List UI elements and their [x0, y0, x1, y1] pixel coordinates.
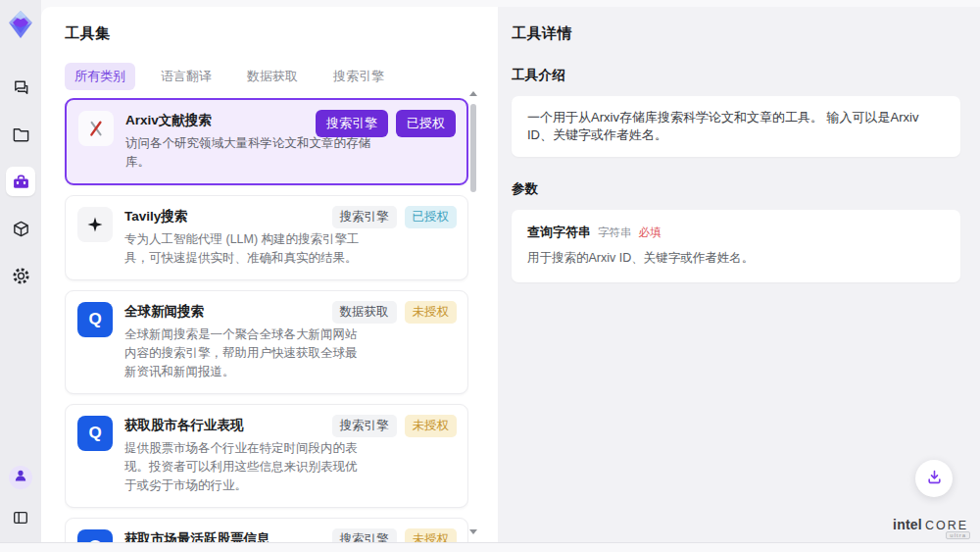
intel-logo-text: intel	[893, 517, 922, 532]
download-button[interactable]	[915, 460, 953, 497]
tool-card-arxiv[interactable]: Arxiv文献搜索 访问各个研究领域大量科学论文和文章的存储库。 搜索引擎 已授…	[65, 98, 468, 185]
chat-icon	[12, 78, 30, 97]
status-badge[interactable]: 未授权	[405, 528, 458, 542]
app-logo-icon	[8, 10, 33, 39]
tool-list: Arxiv文献搜索 访问各个研究领域大量科学论文和文章的存储库。 搜索引擎 已授…	[65, 98, 468, 542]
intro-section-title: 工具介绍	[512, 67, 960, 84]
category-badge: 搜索引擎	[316, 110, 388, 137]
core-logo-text: CORE ultra	[925, 519, 968, 532]
status-badge[interactable]: 已授权	[396, 110, 456, 137]
arxiv-icon	[78, 111, 114, 146]
q-search-icon: Q	[77, 416, 113, 451]
cube-icon	[12, 220, 30, 238]
tool-card-sector-performance[interactable]: Q 获取股市各行业表现 提供股票市场各个行业在特定时间段内的表现。投资者可以利用…	[65, 404, 468, 508]
params-section-title: 参数	[512, 180, 960, 198]
tool-card-tavily[interactable]: Tavily搜索 专为人工智能代理 (LLM) 构建的搜索引擎工具，可快速提供实…	[65, 195, 468, 280]
tab-all-categories[interactable]: 所有类别	[65, 63, 135, 90]
sidebar	[0, 0, 41, 542]
sidebar-item-models[interactable]	[6, 214, 35, 243]
param-description: 用于搜索的Arxiv ID、关键字或作者姓名。	[527, 250, 945, 267]
sidebar-item-chat[interactable]	[6, 73, 35, 102]
tool-description: 访问各个研究领域大量科学论文和文章的存储库。	[125, 134, 392, 173]
tool-card-global-news[interactable]: Q 全球新闻搜索 全球新闻搜索是一个聚合全球各大新闻网站内容的搜索引擎，帮助用户…	[65, 290, 468, 394]
scroll-up-icon[interactable]	[469, 91, 477, 96]
param-required-badge: 必填	[639, 226, 662, 240]
details-title: 工具详情	[512, 25, 960, 43]
sidebar-item-collapse[interactable]	[6, 503, 35, 532]
tab-search-engine[interactable]: 搜索引擎	[323, 63, 394, 90]
param-name: 查询字符串	[527, 224, 591, 241]
sidebar-item-tools[interactable]	[6, 167, 35, 196]
scrollbar-thumb[interactable]	[470, 104, 476, 192]
ultra-badge: ultra	[946, 531, 970, 539]
q-search-icon: Q	[77, 302, 113, 337]
tab-data-fetch[interactable]: 数据获取	[237, 63, 308, 90]
tool-details-panel: 工具详情 工具介绍 一个用于从Arxiv存储库搜索科学论文和文章的工具。 输入可…	[498, 7, 980, 542]
window-bottom-edge	[0, 542, 980, 552]
status-badge[interactable]: 未授权	[405, 301, 458, 324]
category-badge: 搜索引擎	[332, 415, 397, 437]
tool-description: 专为人工智能代理 (LLM) 构建的搜索引擎工具，可快速提供实时、准确和真实的结…	[124, 230, 368, 269]
category-badge: 搜索引擎	[332, 206, 397, 228]
status-badge[interactable]: 未授权	[405, 415, 458, 437]
user-icon	[14, 469, 27, 486]
tools-panel: 工具集 所有类别 语言翻译 数据获取 搜索引擎 A	[41, 7, 498, 542]
tab-translation[interactable]: 语言翻译	[151, 63, 221, 90]
param-type: 字符串	[598, 226, 632, 240]
download-icon	[926, 469, 943, 488]
category-tabs: 所有类别 语言翻译 数据获取 搜索引擎	[65, 63, 498, 90]
status-badge[interactable]: 已授权	[405, 206, 458, 228]
q-search-icon: Q	[77, 529, 113, 542]
sidebar-item-settings[interactable]	[6, 261, 35, 290]
category-badge: 数据获取	[332, 301, 397, 324]
tool-card-most-active-stocks[interactable]: Q 获取市场最活跃股票信息 提供当天交易量最高的股票列表，投资者可以利用这些信息…	[65, 518, 468, 542]
app-window: 工具集 所有类别 语言翻译 数据获取 搜索引擎 A	[0, 0, 980, 552]
content-area: 工具集 所有类别 语言翻译 数据获取 搜索引擎 A	[41, 7, 980, 542]
scroll-down-icon[interactable]	[469, 529, 477, 534]
category-badge: 搜索引擎	[332, 528, 397, 542]
list-scrollbar[interactable]	[469, 91, 477, 534]
sidebar-item-files[interactable]	[6, 120, 35, 149]
intro-card: 一个用于从Arxiv存储库搜索科学论文和文章的工具。 输入可以是Arxiv ID…	[512, 96, 960, 157]
intel-core-logo: intel CORE ultra	[893, 517, 968, 532]
tool-description: 全球新闻搜索是一个聚合全球各大新闻网站内容的搜索引擎，帮助用户快速获取全球最新资…	[124, 326, 368, 382]
folder-icon	[12, 125, 30, 144]
toolbox-icon	[12, 173, 30, 191]
user-avatar[interactable]	[9, 466, 32, 489]
sparkle-icon	[77, 207, 113, 242]
page-title: 工具集	[65, 25, 498, 43]
parameter-card: 查询字符串 字符串 必填 用于搜索的Arxiv ID、关键字或作者姓名。	[512, 210, 960, 282]
intro-text: 一个用于从Arxiv存储库搜索科学论文和文章的工具。 输入可以是Arxiv ID…	[527, 110, 918, 142]
panel-layout-icon	[12, 509, 29, 527]
tool-description: 提供股票市场各个行业在特定时间段内的表现。投资者可以利用这些信息来识别表现优于或…	[124, 439, 368, 496]
settings-icon	[12, 267, 30, 285]
